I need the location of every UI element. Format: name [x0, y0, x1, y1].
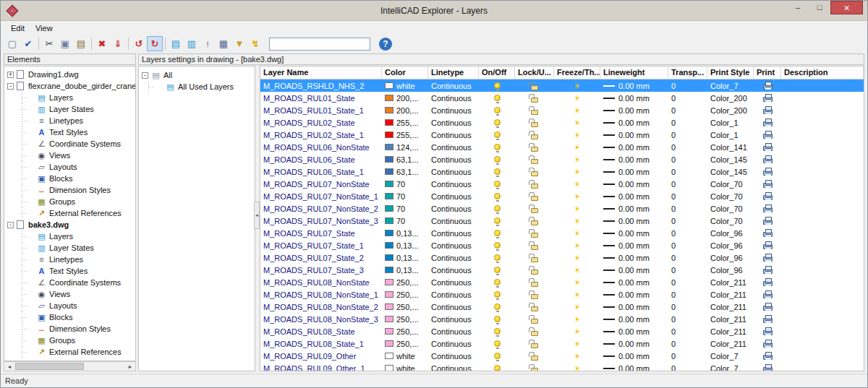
layer-printstyle-cell[interactable]: Color_7	[707, 362, 754, 371]
bulb-on-icon[interactable]	[494, 156, 501, 163]
tree-item[interactable]: Layers	[4, 92, 135, 103]
layer-lock-cell[interactable]	[515, 264, 554, 276]
layer-lineweight-cell[interactable]: 0.00 mm	[600, 215, 668, 227]
layer-name-cell[interactable]: M_ROADS_RSHLD_NHS_2	[260, 79, 382, 92]
bulb-on-icon[interactable]	[494, 181, 501, 187]
unlocked-padlock-icon[interactable]	[531, 343, 538, 348]
unlocked-padlock-icon[interactable]	[531, 245, 538, 250]
bulb-on-icon[interactable]	[494, 303, 501, 310]
layer-lock-cell[interactable]	[515, 276, 554, 288]
layer-linetype-cell[interactable]: Continuous	[428, 264, 479, 276]
layer-freeze-cell[interactable]	[554, 362, 600, 371]
layer-freeze-cell[interactable]	[554, 301, 600, 313]
layer-name-cell[interactable]: M_ROADS_RUL09_Other	[260, 350, 382, 362]
layer-color-cell[interactable]: 200,...	[382, 92, 428, 104]
table-row[interactable]: M_ROADS_RUL07_State_2 0,13... Continuous	[260, 251, 864, 264]
table-row[interactable]: M_ROADS_RUL07_NonState 70 Continuous	[260, 178, 864, 190]
layer-color-cell[interactable]: 250,...	[382, 288, 428, 301]
layer-transparency-cell[interactable]: 0	[668, 264, 707, 276]
layer-onoff-cell[interactable]	[479, 116, 515, 129]
sun-thawed-icon[interactable]	[574, 82, 581, 90]
layer-color-cell[interactable]: white	[382, 362, 428, 371]
layer-freeze-cell[interactable]	[554, 178, 600, 190]
tree-item[interactable]: External References	[4, 207, 135, 219]
layer-printstyle-cell[interactable]: Color_7	[707, 350, 754, 362]
column-header-transparency[interactable]: Transp...	[668, 66, 707, 79]
printer-icon[interactable]	[763, 342, 773, 348]
layer-lineweight-cell[interactable]: 0.00 mm	[600, 276, 668, 288]
layer-lock-cell[interactable]	[515, 301, 554, 313]
tree-item[interactable]: - flexcrane_doube_girder_crane	[4, 80, 135, 92]
layer-lock-cell[interactable]	[515, 362, 554, 371]
sun-thawed-icon[interactable]	[574, 315, 581, 324]
color-swatch[interactable]	[385, 340, 393, 347]
layer-linetype-cell[interactable]: Continuous	[428, 288, 479, 301]
layer-onoff-cell[interactable]	[479, 104, 515, 116]
layer-color-cell[interactable]: 0,13...	[382, 251, 428, 264]
layer-printstyle-cell[interactable]: Color_7	[707, 79, 754, 92]
printer-icon[interactable]	[763, 121, 773, 126]
color-swatch[interactable]	[385, 316, 393, 322]
layer-printstyle-cell[interactable]: Color_1	[707, 129, 754, 141]
layer-printstyle-cell[interactable]: Color_200	[707, 92, 754, 104]
layer-transparency-cell[interactable]: 0	[668, 116, 707, 129]
table-row[interactable]: M_ROADS_RUL02_State_1 255,... Continuous	[260, 129, 864, 141]
table-row[interactable]: M_ROADS_RUL08_NonState_2 250,... Continu…	[260, 301, 864, 313]
scroll-right-icon[interactable]	[125, 362, 135, 371]
layer-lineweight-cell[interactable]: 0.00 mm	[600, 202, 668, 215]
printer-icon[interactable]	[763, 367, 773, 371]
layer-freeze-cell[interactable]	[554, 288, 600, 301]
layer-freeze-cell[interactable]	[554, 92, 600, 104]
layer-onoff-cell[interactable]	[479, 325, 515, 337]
bulb-on-icon[interactable]	[494, 82, 501, 89]
layer-linetype-cell[interactable]: Continuous	[428, 362, 479, 371]
unlocked-padlock-icon[interactable]	[531, 208, 538, 213]
layer-description-cell[interactable]	[781, 116, 864, 129]
layer-print-cell[interactable]	[754, 350, 781, 362]
sun-thawed-icon[interactable]	[574, 340, 581, 348]
layer-onoff-cell[interactable]	[479, 129, 515, 141]
bulb-on-icon[interactable]	[494, 205, 501, 212]
undo-button[interactable]	[131, 36, 147, 51]
titlebar[interactable]: IntelliCAD Explorer - Layers – □ ×	[1, 1, 867, 21]
layer-freeze-cell[interactable]	[554, 190, 600, 202]
layer-transparency-cell[interactable]: 0	[668, 276, 707, 288]
layer-onoff-cell[interactable]	[479, 215, 515, 227]
layer-color-cell[interactable]: 70	[382, 190, 428, 202]
layer-description-cell[interactable]	[781, 276, 864, 288]
unlocked-padlock-icon[interactable]	[531, 159, 538, 164]
layer-print-cell[interactable]	[754, 264, 781, 276]
layer-name-cell[interactable]: M_ROADS_RUL07_NonState_1	[260, 190, 382, 202]
color-swatch[interactable]	[385, 119, 393, 126]
layer-lineweight-cell[interactable]: 0.00 mm	[600, 288, 668, 301]
paste-button[interactable]	[73, 36, 89, 51]
layer-description-cell[interactable]	[781, 337, 864, 350]
tree-item[interactable]: Views	[4, 288, 135, 300]
layer-lock-cell[interactable]	[515, 79, 554, 92]
layer-printstyle-cell[interactable]: Color_70	[707, 202, 754, 215]
layer-lock-cell[interactable]	[515, 227, 554, 239]
layer-transparency-cell[interactable]: 0	[668, 288, 707, 301]
layer-onoff-cell[interactable]	[479, 141, 515, 153]
table-row[interactable]: M_ROADS_RUL01_State 200,... Continuous	[260, 92, 864, 104]
table-row[interactable]: M_ROADS_RUL08_State 250,... Continuous	[260, 325, 864, 337]
table-row[interactable]: M_ROADS_RUL07_State 0,13... Continuous	[260, 227, 864, 239]
layer-transparency-cell[interactable]: 0	[668, 215, 707, 227]
copy-button[interactable]	[57, 36, 73, 51]
layer-name-cell[interactable]: M_ROADS_RUL08_NonState	[260, 276, 382, 288]
layer-lineweight-cell[interactable]: 0.00 mm	[600, 104, 668, 116]
table-row[interactable]: M_ROADS_RUL08_State_1 250,... Continuous	[260, 337, 864, 350]
printer-icon[interactable]	[763, 183, 773, 188]
table-row[interactable]: M_ROADS_RUL08_NonState_3 250,... Continu…	[260, 313, 864, 325]
layer-print-cell[interactable]	[754, 276, 781, 288]
unlocked-padlock-icon[interactable]	[531, 319, 538, 324]
layer-lineweight-cell[interactable]: 0.00 mm	[600, 92, 668, 104]
layer-linetype-cell[interactable]: Continuous	[428, 251, 479, 264]
layer-lineweight-cell[interactable]: 0.00 mm	[600, 350, 668, 362]
tree-item[interactable]: Views	[4, 150, 135, 161]
tree-item[interactable]: Groups	[4, 196, 135, 207]
layer-color-cell[interactable]: 124,...	[382, 141, 428, 153]
quick-select-button[interactable]	[247, 36, 263, 51]
layer-printstyle-cell[interactable]: Color_70	[707, 215, 754, 227]
bulb-on-icon[interactable]	[494, 328, 501, 335]
